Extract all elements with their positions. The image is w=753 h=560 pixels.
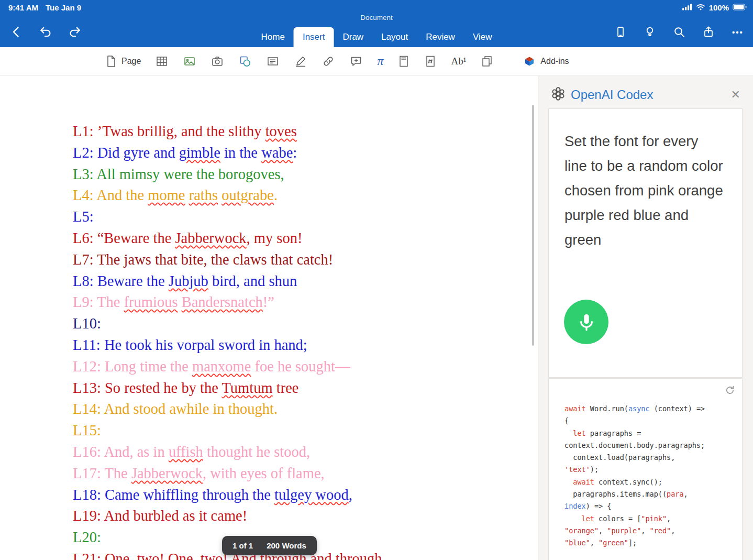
code-line: let paragraphs = xyxy=(564,427,734,440)
poem-line: L9: The frumious Bandersnatch!” xyxy=(73,292,382,313)
more-options-icon[interactable]: ••• xyxy=(730,24,746,40)
code-card: await Word.run(async (context) =>{ let p… xyxy=(548,378,743,560)
pane-header: OpenAI Codex ✕ xyxy=(538,76,753,107)
insert-camera-icon[interactable] xyxy=(211,55,224,68)
code-line: 'text'); xyxy=(564,464,734,476)
microphone-button[interactable] xyxy=(564,300,608,344)
prompt-card: Set the font for every line to be a rand… xyxy=(548,108,743,378)
poem-line: L5: xyxy=(73,206,382,228)
code-line: await Word.run(async (context) => xyxy=(564,403,734,415)
code-line: context.document.body.paragraphs; xyxy=(564,440,734,452)
code-block: await Word.run(async (context) =>{ let p… xyxy=(549,379,742,558)
ribbon-tabs: Home Insert Draw Layout Review View xyxy=(252,27,501,47)
status-time: 9:41 AM xyxy=(8,3,38,12)
mobile-view-icon[interactable] xyxy=(613,24,628,40)
poem-line: L12: Long time the manxome foe he sought… xyxy=(73,356,382,378)
poem-line: L18: Came whiffling through the tulgey w… xyxy=(73,485,382,506)
add-ins-label: Add-ins xyxy=(540,57,569,66)
redo-button[interactable] xyxy=(67,24,83,40)
poem-line: L2: Did gyre and gimble in the wabe: xyxy=(73,142,382,164)
insert-page-button[interactable]: Page xyxy=(105,55,141,68)
wifi-icon xyxy=(696,3,705,12)
close-pane-icon[interactable]: ✕ xyxy=(728,88,744,102)
poem-line: L13: So rested he by the Tumtum tree xyxy=(73,378,382,399)
app-header: 9:41 AM Tue Jan 9 100% Document xyxy=(0,0,753,47)
poem-line: L16: And, as in uffish thought he stood, xyxy=(73,442,382,463)
insert-page-number-icon[interactable] xyxy=(424,55,437,68)
battery-icon xyxy=(733,3,747,12)
tab-draw[interactable]: Draw xyxy=(334,27,372,47)
insert-link-icon[interactable] xyxy=(322,55,335,68)
tab-layout[interactable]: Layout xyxy=(372,27,417,47)
poem-line: L3: All mimsy were the borogoves, xyxy=(73,164,382,185)
insert-header-footer-icon[interactable] xyxy=(397,55,410,68)
code-line: "orange", "purple", "red", xyxy=(564,525,734,537)
code-line: context.load(paragraphs, xyxy=(564,452,734,464)
search-icon[interactable] xyxy=(671,24,687,40)
poem-line: L8: Beware the Jubjub bird, and shun xyxy=(73,271,382,292)
document-title: Document xyxy=(0,14,753,21)
poem-line: L15: xyxy=(73,420,382,442)
openai-logo-icon xyxy=(551,86,566,103)
lightbulb-icon[interactable] xyxy=(642,24,658,40)
insert-ribbon: Page π Ab¹ xyxy=(0,47,753,75)
poem-line: L17: The Jabberwock, with eyes of flame, xyxy=(73,463,382,485)
nav-right: ••• xyxy=(613,23,746,41)
insert-table-icon[interactable] xyxy=(155,55,169,68)
main-content: L1: ’Twas brillig, and the slithy tovesL… xyxy=(0,76,753,560)
insert-pictures-icon[interactable] xyxy=(183,55,196,68)
code-line: await context.sync(); xyxy=(564,476,734,488)
document-canvas[interactable]: L1: ’Twas brillig, and the slithy tovesL… xyxy=(0,76,538,560)
poem-line: L7: The jaws that bite, the claws that c… xyxy=(73,249,382,271)
share-icon[interactable] xyxy=(701,24,716,40)
status-date: Tue Jan 9 xyxy=(46,3,81,12)
insert-text-box-icon[interactable] xyxy=(266,55,280,68)
code-line: paragraphs.items.map((para, xyxy=(564,488,734,500)
code-line: let colors = ["pink", xyxy=(564,513,734,525)
status-bar: 9:41 AM Tue Jan 9 100% xyxy=(0,0,753,14)
poem: L1: ’Twas brillig, and the slithy tovesL… xyxy=(73,121,382,560)
nav-left xyxy=(8,23,83,41)
insert-equation-icon[interactable]: π xyxy=(377,54,383,68)
poem-line: L11: He took his vorpal sword in hand; xyxy=(73,335,382,356)
document-scrollbar[interactable] xyxy=(532,105,534,346)
tab-insert[interactable]: Insert xyxy=(294,27,334,47)
poem-line: L6: “Beware the Jabberwock, my son! xyxy=(73,228,382,249)
code-line: "blue", "green"]; xyxy=(564,537,734,549)
code-line: { xyxy=(564,415,734,427)
insert-comment-icon[interactable] xyxy=(349,55,363,68)
tab-review[interactable]: Review xyxy=(417,27,464,47)
insert-draw-text-icon[interactable] xyxy=(294,55,307,68)
insert-footnote-button[interactable]: Ab¹ xyxy=(451,56,466,67)
openai-codex-pane: OpenAI Codex ✕ Set the font for every li… xyxy=(538,76,753,560)
back-button[interactable] xyxy=(8,24,24,40)
add-ins-button[interactable]: Add-ins xyxy=(523,55,569,68)
insert-shapes-icon[interactable] xyxy=(238,55,252,68)
prompt-text: Set the font for every line to be a rand… xyxy=(549,109,738,252)
battery-percent: 100% xyxy=(709,3,729,12)
word-count-badge[interactable]: 1 of 1 200 Words xyxy=(222,536,317,555)
undo-button[interactable] xyxy=(38,24,53,40)
status-right: 100% xyxy=(682,3,747,12)
poem-line: L14: And stood awhile in thought. xyxy=(73,399,382,420)
tab-view[interactable]: View xyxy=(464,27,501,47)
poem-line: L10: xyxy=(73,313,382,335)
poem-line: L4: And the mome raths outgrabe. xyxy=(73,185,382,206)
pane-title: OpenAI Codex xyxy=(571,87,723,102)
poem-line: L19: And burbled as it came! xyxy=(73,506,382,527)
tab-home[interactable]: Home xyxy=(252,27,294,47)
insert-copy-pages-icon[interactable] xyxy=(480,55,494,68)
poem-line: L1: ’Twas brillig, and the slithy toves xyxy=(73,121,382,142)
insert-page-label: Page xyxy=(121,57,141,66)
refresh-icon[interactable] xyxy=(725,385,735,398)
word-count: 200 Words xyxy=(267,541,306,550)
code-line: index) => { xyxy=(564,500,734,512)
page-status: 1 of 1 xyxy=(232,541,253,550)
cellular-signal-icon xyxy=(682,3,692,12)
status-left: 9:41 AM Tue Jan 9 xyxy=(8,3,81,12)
word-app: 9:41 AM Tue Jan 9 100% Document xyxy=(0,0,753,560)
